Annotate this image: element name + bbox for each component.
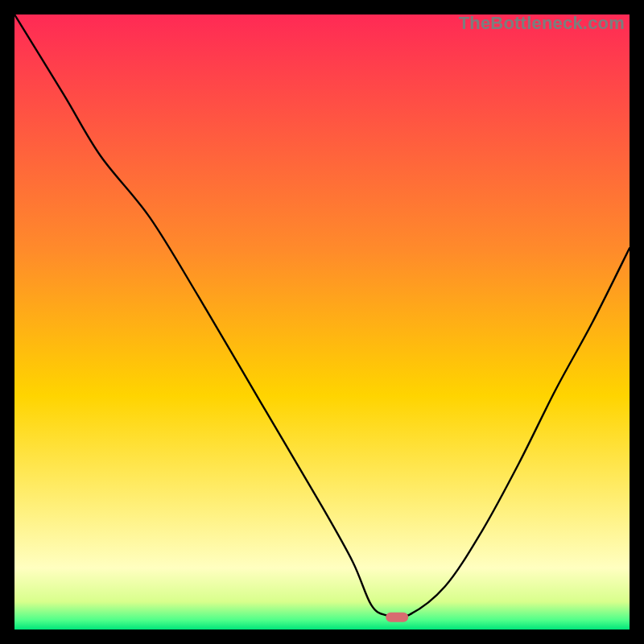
gradient-background: [14, 14, 630, 630]
curve-marker: [386, 613, 408, 622]
chart-svg: [14, 14, 630, 630]
watermark-text: TheBottleneck.com: [459, 14, 625, 34]
chart-container: TheBottleneck.com: [0, 0, 644, 644]
plot-area: TheBottleneck.com: [14, 14, 630, 630]
